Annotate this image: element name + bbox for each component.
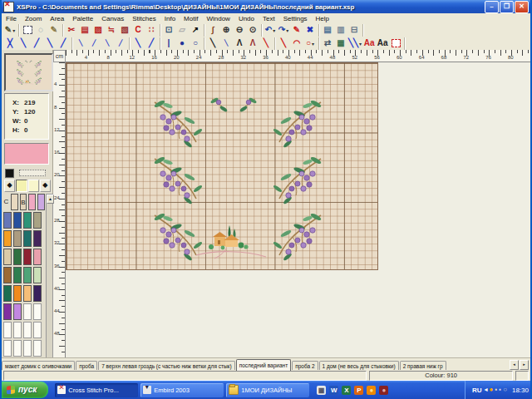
zoom-reset-icon[interactable]: ⊙ [246,23,259,37]
palette-swatch[interactable] [13,230,22,247]
thick-backstitch-red-icon[interactable]: ╲ [277,37,290,50]
menu-settings[interactable]: Settings [279,15,312,22]
maximize-button[interactable]: ❐ [500,1,514,13]
quarter-stitch-4-icon[interactable]: ╱ [114,37,127,50]
calc-shortcut-icon[interactable]: ▦ [317,386,326,395]
word-shortcut-icon[interactable]: W [329,386,338,395]
palette-scroll-up-icon[interactable]: ▲ [47,195,54,204]
pointer-arrow-icon[interactable]: ↗ [189,23,202,37]
pattern-tab-4[interactable]: последний вариант [236,359,292,371]
palette-swatch[interactable] [23,303,32,320]
backstitch-red-thin-icon[interactable]: ╲ [259,37,273,50]
palette-swatch[interactable] [33,267,42,283]
curve-stitch-icon[interactable]: ◠ [290,37,303,50]
minimize-button[interactable]: – [485,1,499,13]
palette-swatch[interactable] [37,194,45,210]
palette-swatch[interactable] [3,303,12,320]
monitor-view-icon[interactable]: ⊡ [162,23,175,37]
palette-swatch[interactable] [13,285,22,302]
palette-swatch[interactable] [13,340,22,357]
copy-tool-icon[interactable]: ▤ [78,23,91,37]
palette-swatch[interactable] [33,322,42,338]
page-back-icon[interactable]: ⊟ [347,23,361,37]
menu-canvas[interactable]: Canvas [97,15,128,22]
select-rect-tool-icon[interactable] [21,23,34,37]
menu-help[interactable]: Help [312,15,333,22]
menu-info[interactable]: Info [160,15,180,22]
half-stitch-back-icon[interactable]: ╲ [43,37,57,50]
menu-motif[interactable]: Motif [180,15,202,22]
three-quarter-stitch-2-icon[interactable]: ╱ [30,37,43,50]
line-stitch-icon[interactable]: | [162,37,175,50]
export-page-icon[interactable]: ▥ [334,23,347,37]
quarter-stitch-3-icon[interactable]: ╲ [101,37,114,50]
undo-icon[interactable]: ↶▾ [264,23,277,37]
excel-shortcut-icon[interactable]: X [342,386,351,395]
paste-tool-icon[interactable]: ▨ [91,23,105,37]
palette-swatch[interactable] [23,212,32,229]
blue-pen-dropdown-icon[interactable]: ▾ [359,41,362,47]
task-button-embird[interactable]: Embird 2003 [140,383,224,397]
select-lasso-tool-icon[interactable]: ◌ [34,23,47,37]
quarter-stitch-1-icon[interactable]: ╲ [74,37,87,50]
palette-marker-b[interactable]: B [20,194,27,210]
pencil-tool-dropdown-icon[interactable]: ▾ [12,27,15,33]
palette-swatch[interactable] [33,212,42,229]
menu-undo[interactable]: Undo [234,15,259,22]
redo-dropdown-icon[interactable]: ▾ [286,27,288,33]
tray-messenger[interactable]: ● [490,386,494,394]
palette-swatch[interactable] [3,340,12,357]
half-stitch-fwd-icon[interactable]: ╱ [57,37,70,50]
three-quarter-stitch-1-icon[interactable]: ╲ [17,37,30,50]
zoom-out-icon[interactable]: ⊖ [233,23,246,37]
palette-swatch[interactable] [13,322,22,338]
half-back-line-icon[interactable]: ╲ [131,37,145,50]
palette-swatch[interactable] [13,267,22,283]
undo-dropdown-icon[interactable]: ▾ [273,27,275,33]
menu-text[interactable]: Text [259,15,279,22]
task-button-folder[interactable]: 1МОИ ДИЗАЙНЫ [226,383,309,397]
tray-chevron[interactable]: ◂ [485,386,488,394]
stitch-canvas[interactable] [66,62,378,270]
close-button[interactable]: ✕ [515,1,529,13]
mirror-tool-icon[interactable]: ≒ [105,23,118,37]
palette-swatch[interactable] [33,303,42,320]
tray-app-blue[interactable]: ▪ [499,386,501,394]
french-knot-outline-icon[interactable]: ○ [189,37,202,50]
shade-light-button[interactable] [16,180,27,192]
title-bar[interactable]: XSPro - C:\Documents and Settings\Rimma\… [2,0,530,13]
language-indicator[interactable]: RU [472,387,482,394]
circle-stitch-dropdown-icon[interactable]: ▾ [312,41,314,47]
tray-clock-icon[interactable]: ○ [503,386,507,394]
menu-area[interactable]: Area [46,15,68,22]
palette-swatch[interactable] [3,322,12,338]
quarter-stitch-2-icon[interactable]: ╱ [87,37,101,50]
import-page-icon[interactable]: ▤ [321,23,334,37]
menu-zoom[interactable]: Zoom [21,15,46,22]
palette-swatch[interactable] [23,267,32,283]
blue-pen-icon[interactable]: ╲╲▾ [347,37,362,50]
palette-swatch[interactable] [23,340,32,357]
full-cross-stitch-icon[interactable]: ╳ [3,37,17,50]
palette-swatch[interactable] [33,249,42,265]
angle-stitch-red-icon[interactable]: Λ [246,37,259,50]
palette-swatch[interactable] [3,212,12,229]
french-knot-filled-icon[interactable]: ● [175,37,189,50]
diamond-right-button[interactable]: ◆ [40,180,51,192]
palette-swatch[interactable] [13,212,22,229]
diamond-left-button[interactable]: ◆ [4,180,15,192]
orange-app-shortcut-icon[interactable]: ● [367,386,376,395]
menu-file[interactable]: File [2,15,21,22]
tabs-scroll-right-icon[interactable]: ▸ [520,360,529,370]
image-tool-icon[interactable]: ▦ [334,37,347,50]
text-black-icon[interactable]: Aa [376,37,389,50]
angle-stitch-black-icon[interactable]: Λ [233,37,246,50]
shade-lighter-button[interactable] [28,180,39,192]
circle-stitch-icon[interactable]: ○▾ [303,37,317,50]
selection-box-red-icon[interactable] [389,37,402,50]
palette-swatch[interactable] [23,322,32,338]
cut-tool-icon[interactable]: ✂ [65,23,78,37]
edit-pencil-tool-icon[interactable]: ✎ [47,23,61,37]
palette-swatch[interactable] [28,194,36,210]
pattern-tool-icon[interactable]: ∷ [145,23,158,37]
